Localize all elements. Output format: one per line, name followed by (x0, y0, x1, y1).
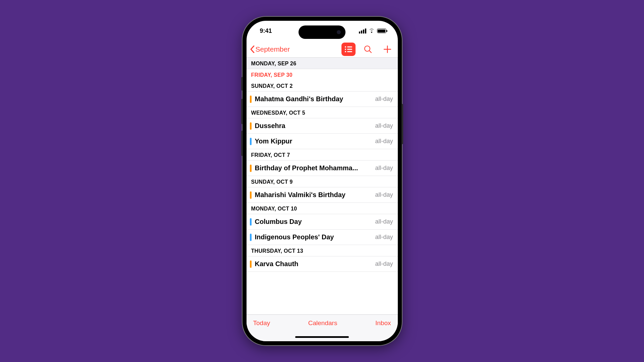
svg-rect-3 (347, 49, 352, 50)
event-title: Columbus Day (255, 218, 372, 226)
event-row[interactable]: Maharishi Valmiki's Birthdayall-day (247, 187, 398, 202)
svg-line-7 (369, 51, 371, 53)
status-time: 9:41 (260, 27, 272, 35)
side-button (241, 131, 243, 156)
side-button (241, 77, 243, 90)
list-view-button[interactable] (341, 43, 356, 56)
event-time: all-day (375, 218, 393, 225)
svg-rect-1 (347, 46, 352, 47)
calendar-color-stripe (250, 218, 252, 226)
section-header: MONDAY, OCT 10 (247, 203, 398, 214)
section-header: WEDNESDAY, OCT 5 (247, 107, 398, 118)
section-header: MONDAY, SEP 26 (247, 58, 398, 69)
section-header: FRIDAY, SEP 30 (247, 69, 398, 80)
calendar-color-stripe (250, 138, 252, 145)
event-time: all-day (375, 138, 393, 145)
event-list[interactable]: MONDAY, SEP 26FRIDAY, SEP 30SUNDAY, OCT … (247, 58, 398, 314)
event-title: Karva Chauth (255, 260, 372, 268)
side-button (241, 99, 243, 124)
event-title: Yom Kippur (255, 137, 372, 145)
event-time: all-day (375, 260, 393, 267)
screen: 9:41 September (247, 21, 398, 341)
event-title: Dussehra (255, 122, 372, 130)
phone-frame: 9:41 September (243, 17, 402, 345)
svg-point-2 (345, 49, 346, 50)
back-label: September (256, 45, 290, 53)
event-row[interactable]: Dussehraall-day (247, 118, 398, 133)
section-header: SUNDAY, OCT 2 (247, 80, 398, 91)
search-button[interactable] (361, 43, 375, 56)
calendar-color-stripe (250, 96, 252, 103)
svg-point-0 (345, 46, 346, 48)
home-indicator[interactable] (295, 336, 349, 338)
calendar-color-stripe (250, 165, 252, 172)
section-header: SUNDAY, OCT 9 (247, 176, 398, 187)
nav-bar: September (247, 41, 398, 58)
calendar-color-stripe (250, 260, 252, 268)
calendar-color-stripe (250, 122, 252, 130)
event-title: Mahatma Gandhi's Birthday (255, 95, 372, 103)
svg-rect-5 (347, 51, 352, 52)
section-header: FRIDAY, OCT 7 (247, 149, 398, 160)
cellular-icon (359, 28, 366, 34)
event-row[interactable]: Yom Kippurall-day (247, 134, 398, 149)
calendar-color-stripe (250, 234, 252, 241)
event-row[interactable]: Karva Chauthall-day (247, 256, 398, 272)
today-button[interactable]: Today (253, 319, 270, 327)
event-time: all-day (375, 191, 393, 198)
event-title: Maharishi Valmiki's Birthday (255, 191, 372, 199)
event-title: Indigenous Peoples' Day (255, 233, 372, 241)
calendar-color-stripe (250, 191, 252, 199)
event-row[interactable]: Indigenous Peoples' Dayall-day (247, 230, 398, 245)
event-time: all-day (375, 234, 393, 241)
battery-icon (377, 28, 386, 33)
event-title: Birthday of Prophet Mohamma... (255, 164, 372, 172)
event-time: all-day (375, 165, 393, 172)
event-time: all-day (375, 96, 393, 103)
calendars-button[interactable]: Calendars (308, 319, 337, 327)
event-time: all-day (375, 122, 393, 129)
wifi-icon (368, 28, 375, 33)
event-row[interactable]: Mahatma Gandhi's Birthdayall-day (247, 92, 398, 107)
section-header: THURSDAY, OCT 13 (247, 245, 398, 256)
back-button[interactable]: September (250, 45, 341, 53)
add-event-button[interactable] (380, 43, 394, 56)
inbox-button[interactable]: Inbox (375, 319, 391, 327)
event-row[interactable]: Columbus Dayall-day (247, 214, 398, 229)
side-button (401, 104, 403, 144)
svg-point-4 (345, 51, 346, 52)
dynamic-island (299, 25, 345, 39)
event-row[interactable]: Birthday of Prophet Mohamma...all-day (247, 161, 398, 176)
